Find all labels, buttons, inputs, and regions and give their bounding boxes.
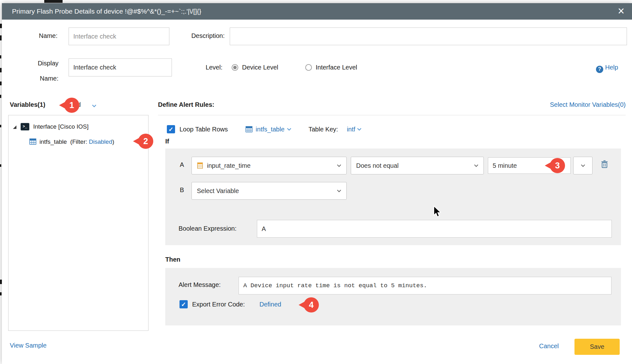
- variable-b-dropdown[interactable]: Select Variable: [191, 182, 347, 200]
- variables-header: Variables(1): [10, 101, 45, 108]
- export-error-code-checkbox[interactable]: ✓: [179, 300, 188, 308]
- operator-dropdown[interactable]: Does not equal: [351, 157, 484, 174]
- chevron-down-icon[interactable]: [91, 103, 97, 109]
- level-label: Level:: [191, 64, 222, 71]
- if-label: If: [165, 138, 169, 145]
- interface-level-label: Interface Level: [316, 64, 357, 71]
- background-fragment: [44, 0, 63, 3]
- value-type-dropdown[interactable]: [573, 157, 592, 174]
- row-a-label: A: [180, 161, 184, 168]
- loop-table-rows-checkbox[interactable]: ✓: [167, 125, 175, 133]
- background-fragment: [0, 35, 2, 40]
- name-input[interactable]: [69, 27, 169, 45]
- background-fragment: [0, 55, 1, 58]
- titlebar: Primary Flash Probe Details of device !@…: [2, 3, 632, 20]
- row-b-label: B: [180, 186, 184, 194]
- display-name-label: Display Name:: [21, 56, 58, 86]
- terminal-icon: >_: [21, 123, 29, 130]
- alert-message-input[interactable]: [239, 277, 611, 294]
- loop-table-rows-row: ✓ Loop Table Rows intfs_table Table Key:…: [167, 124, 362, 134]
- define-alert-rules-header: Define Alert Rules:: [158, 101, 214, 108]
- tree-item-device[interactable]: Interface [Cisco IOS]: [33, 123, 88, 130]
- background-fragment: [0, 125, 1, 127]
- chevron-down-icon: [336, 163, 342, 168]
- view-sample-link[interactable]: View Sample: [10, 342, 46, 349]
- background-fragment: [0, 82, 2, 85]
- background-fragment: [0, 95, 1, 98]
- table-key-label: Table Key:: [308, 126, 338, 133]
- mouse-cursor: [433, 205, 441, 217]
- dialog-title: Primary Flash Probe Details of device !@…: [12, 8, 201, 15]
- table-icon: [29, 138, 36, 145]
- device-level-radio[interactable]: [232, 64, 238, 71]
- filter-disabled-link[interactable]: Disabled: [89, 138, 112, 145]
- screen: Primary Flash Probe Details of device !@…: [0, 0, 632, 364]
- dialog: Primary Flash Probe Details of device !@…: [2, 3, 632, 364]
- device-level-label: Device Level: [242, 64, 278, 71]
- description-label: Description:: [179, 32, 225, 39]
- table-name-dropdown[interactable]: intfs_table: [256, 126, 284, 133]
- help-link[interactable]: ?Help: [596, 64, 618, 73]
- name-label: Name:: [27, 32, 58, 39]
- background-fragment: [0, 292, 2, 295]
- background-fragment: [0, 164, 1, 167]
- callout-badge-1: 1: [64, 98, 79, 113]
- then-label: Then: [165, 256, 180, 263]
- defined-link[interactable]: Defined: [259, 301, 281, 308]
- description-input[interactable]: [230, 27, 627, 45]
- boolean-expression-input[interactable]: [257, 220, 612, 238]
- chevron-down-icon: [580, 163, 586, 168]
- callout-badge-2: 2: [138, 134, 153, 149]
- trash-icon[interactable]: [601, 160, 608, 168]
- if-box: A input_rate_time Does not equal 3: [165, 149, 621, 245]
- callout-badge-3: 3: [550, 158, 565, 173]
- chevron-down-icon[interactable]: [286, 126, 292, 132]
- chevron-down-icon: [473, 163, 479, 168]
- chevron-down-icon[interactable]: [356, 126, 362, 132]
- boolean-expression-label: Boolean Expression:: [179, 225, 236, 232]
- divider: [158, 115, 626, 115]
- table-icon: [246, 126, 252, 133]
- background-fragment: [0, 68, 2, 72]
- variable-a-dropdown[interactable]: input_rate_time: [191, 157, 347, 174]
- display-name-input[interactable]: [69, 58, 172, 76]
- export-error-code-label: Export Error Code:: [192, 301, 245, 308]
- tree-expand-icon[interactable]: [13, 125, 16, 129]
- close-icon[interactable]: ×: [618, 5, 624, 17]
- select-monitor-variables-link[interactable]: Select Monitor Variables(0): [499, 101, 626, 108]
- then-box: Alert Message: ✓ Export Error Code: Defi…: [165, 268, 621, 325]
- loop-table-rows-label: Loop Table Rows: [179, 126, 228, 133]
- cancel-button[interactable]: Cancel: [539, 343, 559, 350]
- tree-item-table[interactable]: intfs_table (Filter: Disabled): [40, 138, 114, 145]
- alert-message-label: Alert Message:: [179, 281, 221, 288]
- callout-badge-4: 4: [304, 297, 319, 312]
- save-button[interactable]: Save: [574, 339, 620, 355]
- table-key-dropdown[interactable]: intf: [347, 126, 356, 133]
- variables-tree-panel: >_ Interface [Cisco IOS] intfs_table (Fi…: [8, 115, 149, 331]
- help-icon: ?: [596, 66, 603, 73]
- interface-level-radio[interactable]: [305, 64, 312, 71]
- chevron-down-icon: [336, 188, 342, 194]
- column-icon: [197, 162, 203, 169]
